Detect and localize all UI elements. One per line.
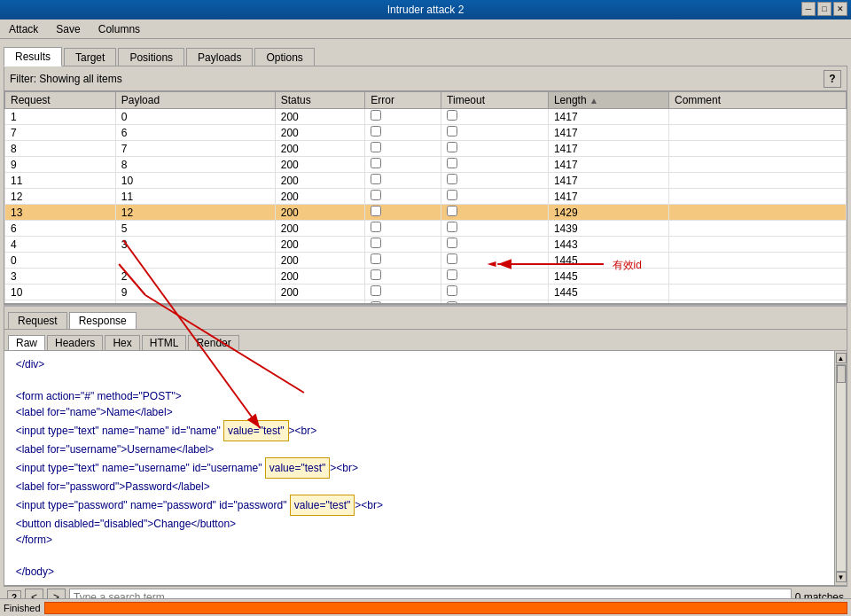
col-status[interactable]: Status bbox=[275, 92, 365, 109]
timeout-checkbox[interactable] bbox=[447, 142, 457, 152]
error-checkbox[interactable] bbox=[371, 126, 381, 136]
table-row[interactable]: 982001417 bbox=[5, 157, 847, 173]
table-cell: 1417 bbox=[548, 141, 668, 157]
table-row[interactable]: 762001417 bbox=[5, 125, 847, 141]
tab-render[interactable]: Render bbox=[188, 335, 238, 350]
table-row[interactable]: 432001443 bbox=[5, 237, 847, 253]
next-button[interactable]: > bbox=[47, 589, 66, 598]
table-cell bbox=[115, 253, 275, 269]
timeout-checkbox[interactable] bbox=[447, 269, 457, 280]
scroll-up-btn[interactable]: ▲ bbox=[836, 353, 847, 363]
error-checkbox[interactable] bbox=[371, 269, 381, 280]
col-request[interactable]: Request bbox=[5, 92, 116, 109]
tab-request[interactable]: Request bbox=[8, 312, 67, 329]
prev-button[interactable]: < bbox=[25, 589, 43, 598]
table-row[interactable]: 02001445 bbox=[5, 253, 847, 269]
timeout-checkbox[interactable] bbox=[447, 190, 457, 200]
timeout-checkbox[interactable] bbox=[447, 158, 457, 168]
table-cell: 1445 bbox=[548, 285, 668, 300]
col-length[interactable]: Length ▲ bbox=[548, 92, 668, 109]
table-cell bbox=[669, 269, 847, 285]
tab-response[interactable]: Response bbox=[69, 312, 137, 329]
table-cell: 3 bbox=[5, 269, 116, 285]
tab-target[interactable]: Target bbox=[64, 48, 116, 66]
col-timeout[interactable]: Timeout bbox=[441, 92, 549, 109]
timeout-checkbox[interactable] bbox=[447, 222, 457, 232]
table-cell bbox=[669, 189, 847, 205]
error-checkbox[interactable] bbox=[371, 174, 381, 184]
code-content[interactable]: </div> <form action="#" method="POST"> <… bbox=[4, 351, 834, 585]
timeout-checkbox[interactable] bbox=[447, 301, 457, 304]
table-cell bbox=[365, 285, 441, 300]
table-cell: 200 bbox=[275, 141, 365, 157]
tab-headers[interactable]: Headers bbox=[47, 335, 103, 350]
timeout-checkbox[interactable] bbox=[447, 285, 457, 296]
table-cell bbox=[669, 157, 847, 173]
close-button[interactable]: ✕ bbox=[833, 2, 847, 16]
table-cell: 200 bbox=[275, 285, 365, 300]
table-cell bbox=[441, 205, 549, 221]
code-line: <label for="password">Password</label> bbox=[10, 479, 829, 495]
timeout-checkbox[interactable] bbox=[447, 253, 457, 264]
error-checkbox[interactable] bbox=[371, 301, 381, 304]
error-checkbox[interactable] bbox=[371, 110, 381, 121]
status-progress-bar bbox=[44, 602, 847, 614]
title-bar: Intruder attack 2 ─ □ ✕ bbox=[0, 0, 851, 19]
menu-columns[interactable]: Columns bbox=[93, 21, 145, 37]
table-cell: 0 bbox=[5, 253, 116, 269]
table-row[interactable]: 872001417 bbox=[5, 141, 847, 157]
timeout-checkbox[interactable] bbox=[447, 238, 457, 248]
tab-html[interactable]: HTML bbox=[142, 335, 187, 350]
table-row[interactable]: 212001454 bbox=[5, 300, 847, 305]
search-input[interactable] bbox=[69, 589, 792, 598]
table-cell: 5 bbox=[115, 221, 275, 237]
menu-attack[interactable]: Attack bbox=[4, 21, 43, 37]
error-checkbox[interactable] bbox=[371, 253, 381, 264]
tab-raw[interactable]: Raw bbox=[8, 335, 45, 350]
timeout-checkbox[interactable] bbox=[447, 174, 457, 184]
timeout-checkbox[interactable] bbox=[447, 206, 457, 216]
timeout-checkbox[interactable] bbox=[447, 110, 457, 121]
results-table-container[interactable]: Request Payload Status Error Timeout Len… bbox=[4, 91, 847, 304]
error-checkbox[interactable] bbox=[371, 238, 381, 248]
error-checkbox[interactable] bbox=[371, 158, 381, 168]
table-row[interactable]: 102001417 bbox=[5, 109, 847, 125]
table-row[interactable]: 13122001429 bbox=[5, 205, 847, 221]
maximize-button[interactable]: □ bbox=[817, 2, 831, 16]
table-cell: 3 bbox=[115, 237, 275, 253]
scroll-thumb[interactable] bbox=[837, 365, 846, 383]
table-row[interactable]: 322001445 bbox=[5, 269, 847, 285]
table-cell bbox=[669, 205, 847, 221]
timeout-checkbox[interactable] bbox=[447, 126, 457, 136]
table-cell bbox=[669, 285, 847, 300]
table-cell: 1443 bbox=[548, 237, 668, 253]
error-checkbox[interactable] bbox=[371, 206, 381, 216]
error-checkbox[interactable] bbox=[371, 190, 381, 200]
error-checkbox[interactable] bbox=[371, 285, 381, 296]
col-comment[interactable]: Comment bbox=[669, 92, 847, 109]
error-checkbox[interactable] bbox=[371, 142, 381, 152]
tab-results[interactable]: Results bbox=[4, 47, 62, 66]
error-checkbox[interactable] bbox=[371, 222, 381, 232]
filter-help-button[interactable]: ? bbox=[824, 70, 841, 88]
table-cell: 8 bbox=[5, 141, 116, 157]
table-cell: 10 bbox=[115, 173, 275, 189]
table-cell: 1417 bbox=[548, 173, 668, 189]
bottom-help-button[interactable]: ? bbox=[7, 590, 21, 598]
tab-hex[interactable]: Hex bbox=[105, 335, 139, 350]
tab-options[interactable]: Options bbox=[254, 48, 314, 66]
col-error[interactable]: Error bbox=[365, 92, 441, 109]
scrollbar[interactable]: ▲ ▼ bbox=[834, 351, 847, 585]
tab-payloads[interactable]: Payloads bbox=[186, 48, 253, 66]
table-row[interactable]: 652001439 bbox=[5, 221, 847, 237]
col-payload[interactable]: Payload bbox=[115, 92, 275, 109]
code-line: <input type="text" name="username" id="u… bbox=[10, 457, 829, 479]
tab-positions[interactable]: Positions bbox=[118, 48, 184, 66]
menu-save[interactable]: Save bbox=[51, 21, 85, 37]
minimize-button[interactable]: ─ bbox=[801, 2, 816, 16]
table-row[interactable]: 12112001417 bbox=[5, 189, 847, 205]
scroll-track[interactable] bbox=[836, 364, 847, 572]
table-row[interactable]: 1092001445 bbox=[5, 285, 847, 300]
table-row[interactable]: 11102001417 bbox=[5, 173, 847, 189]
scroll-down-btn[interactable]: ▼ bbox=[836, 572, 847, 582]
